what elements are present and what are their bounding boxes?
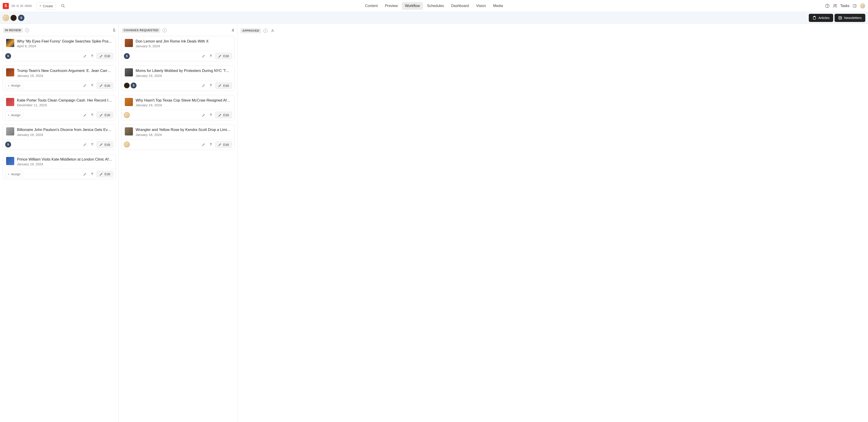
card-date: April 9, 2024 (17, 44, 112, 48)
filter-bar: S Articles Newsletters (0, 12, 868, 24)
edit-label: Edit (223, 54, 229, 58)
workflow-card[interactable]: Katie Porter Touts Clean Campaign Cash. … (3, 95, 116, 120)
workflow-card[interactable]: Trump Team's New Courtroom Argument: E. … (3, 65, 116, 91)
workflow-card[interactable]: Don Lemon and Jim Rome Ink Deals With XJ… (121, 36, 235, 61)
column-header: APPROVEDi (239, 28, 866, 37)
move-up-icon[interactable] (208, 53, 214, 59)
rename-icon[interactable] (201, 112, 207, 118)
column-title: IN REVIEW (3, 28, 23, 33)
rename-icon[interactable] (82, 112, 88, 118)
move-up-icon[interactable] (89, 53, 95, 59)
assign-button[interactable]: +Assign (5, 171, 23, 177)
filter-avatar-3[interactable]: S (18, 15, 24, 21)
rename-icon[interactable] (82, 171, 88, 177)
info-icon[interactable]: i (25, 28, 29, 32)
app-logo[interactable]: S (3, 3, 9, 9)
nav-tab-workflow[interactable]: Workflow (402, 2, 423, 10)
svg-line-1 (64, 6, 65, 7)
topbar: S + Create ContentPreviewWorkflowSchedul… (0, 0, 868, 12)
svg-rect-6 (853, 4, 856, 7)
users-button[interactable] (833, 3, 837, 8)
card-assignees (124, 142, 130, 147)
workflow-card[interactable]: Prince William Visits Kate Middleton at … (3, 154, 116, 179)
pencil-icon (99, 113, 103, 117)
rename-icon[interactable] (82, 53, 88, 59)
edit-button[interactable]: Edit (215, 53, 232, 59)
panel-button[interactable] (852, 3, 857, 8)
help-button[interactable] (825, 3, 830, 8)
assignee-avatar[interactable]: S (5, 53, 11, 59)
card-thumbnail (125, 39, 133, 47)
column-header: IN REVIEWi5 (2, 28, 117, 36)
person-icon[interactable] (270, 28, 276, 34)
edit-button[interactable]: Edit (215, 112, 232, 118)
card-footer: +AssignEdit (3, 80, 116, 91)
assignee-avatar[interactable]: S (5, 142, 11, 147)
move-up-icon[interactable] (89, 171, 95, 177)
nav-tab-schedules[interactable]: Schedules (424, 2, 447, 10)
card-thumbnail (6, 98, 14, 106)
card-thumbnail (6, 39, 14, 47)
move-up-icon[interactable] (89, 142, 95, 147)
move-up-icon[interactable] (208, 83, 214, 88)
edit-button[interactable]: Edit (96, 141, 113, 148)
card-title: Don Lemon and Jim Rome Ink Deals With X (135, 39, 231, 43)
current-user-avatar[interactable] (860, 3, 865, 8)
card-title: Moms for Liberty Mobbed by Protesters Du… (135, 68, 231, 73)
assignee-avatar[interactable] (124, 112, 130, 118)
assignee-avatar[interactable] (124, 83, 130, 88)
nav-tab-media[interactable]: Media (490, 2, 506, 10)
card-title: Why Hasn't Top Texas Cop Steve McCraw Re… (135, 98, 231, 103)
nav-tab-dashboard[interactable]: Dashboard (448, 2, 472, 10)
card-thumbnail (125, 98, 133, 106)
newsletters-button[interactable]: Newsletters (835, 14, 865, 22)
workflow-card[interactable]: Wrangler and Yellow Rose by Kendra Scott… (121, 124, 235, 150)
nav-tab-content[interactable]: Content (362, 2, 381, 10)
move-up-icon[interactable] (89, 112, 95, 118)
info-icon[interactable]: i (264, 29, 268, 33)
workflow-card[interactable]: Why Hasn't Top Texas Cop Steve McCraw Re… (121, 95, 235, 120)
svg-point-0 (62, 4, 64, 7)
rename-icon[interactable] (201, 142, 207, 147)
rename-icon[interactable] (201, 53, 207, 59)
edit-button[interactable]: Edit (215, 82, 232, 89)
edit-button[interactable]: Edit (96, 171, 113, 177)
nav-tab-vision[interactable]: Vision (473, 2, 489, 10)
assignee-avatar[interactable] (124, 142, 130, 147)
assign-button[interactable]: +Assign (5, 82, 23, 89)
rename-icon[interactable] (82, 83, 88, 88)
workflow-card[interactable]: Moms for Liberty Mobbed by Protesters Du… (121, 65, 235, 91)
rename-icon[interactable] (201, 83, 207, 88)
assign-button[interactable]: +Assign (5, 112, 23, 118)
assignee-avatar[interactable]: S (124, 53, 130, 59)
filter-avatar-2[interactable] (10, 15, 17, 21)
edit-button[interactable]: Edit (96, 82, 113, 89)
card-thumbnail (6, 127, 14, 135)
edit-button[interactable]: Edit (96, 53, 113, 59)
workflow-card[interactable]: Billionaire John Paulson's Divorce from … (3, 124, 116, 150)
card-assignees: S (124, 83, 136, 88)
edit-label: Edit (104, 113, 110, 117)
column-title: APPROVED (241, 28, 261, 33)
assignee-avatar[interactable]: S (131, 83, 136, 88)
edit-button[interactable]: Edit (96, 112, 113, 118)
card-footer: SEdit (122, 80, 234, 91)
svg-point-4 (834, 4, 835, 6)
card-title: Katie Porter Touts Clean Campaign Cash. … (17, 98, 112, 103)
move-up-icon[interactable] (89, 83, 95, 88)
filter-avatar-1[interactable] (3, 15, 9, 21)
move-up-icon[interactable] (208, 112, 214, 118)
search-button[interactable] (59, 2, 67, 9)
info-icon[interactable]: i (162, 28, 166, 32)
articles-button[interactable]: Articles (809, 14, 833, 22)
edit-button[interactable]: Edit (215, 141, 232, 148)
move-up-icon[interactable] (208, 142, 214, 147)
rename-icon[interactable] (82, 142, 88, 147)
pencil-icon (99, 84, 103, 87)
workflow-card[interactable]: Why 'My Eyes Feel Funny' Google Searches… (3, 36, 116, 61)
column-in-review: IN REVIEWi5Why 'My Eyes Feel Funny' Goog… (0, 24, 119, 422)
tasks-link[interactable]: Tasks (840, 4, 849, 8)
create-button[interactable]: + Create (36, 2, 56, 9)
card-body: Billionaire John Paulson's Divorce from … (3, 125, 116, 139)
nav-tab-preview[interactable]: Preview (382, 2, 401, 10)
